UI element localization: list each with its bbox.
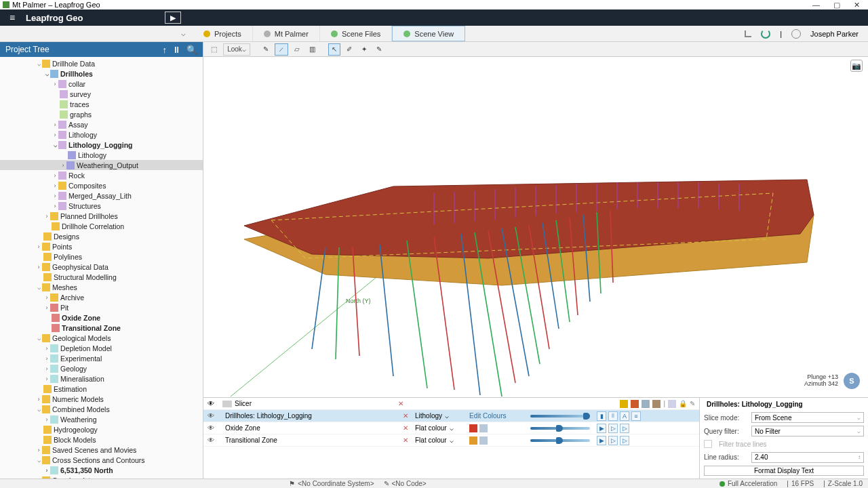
- link-icon[interactable]: ✎: [690, 400, 695, 408]
- row-eye-icon[interactable]: 👁: [208, 412, 222, 420]
- scene-viewport[interactable]: 📷: [203, 57, 868, 397]
- status-coord[interactable]: ⚑<No Coordinate System>: [289, 480, 374, 487]
- tree-experimental[interactable]: ›Experimental: [0, 353, 203, 363]
- scene-row-transitional[interactable]: 👁 Transitional Zone ✕ Flat colour ⌵ ▶ ▷ …: [203, 434, 699, 447]
- tree-estimation[interactable]: Estimation: [0, 384, 203, 394]
- tree-geology[interactable]: ›Geology: [0, 363, 203, 373]
- tree-oxide-zone[interactable]: Oxide Zone: [0, 312, 203, 323]
- snapshot-icon[interactable]: 📷: [850, 60, 863, 72]
- row-play-icon[interactable]: ▶: [597, 424, 606, 433]
- sync-icon[interactable]: [761, 29, 770, 39]
- window-minimize-icon[interactable]: —: [812, 1, 820, 9]
- tree-transitional-zone[interactable]: Transitional Zone: [0, 323, 203, 333]
- tree-drillhole-data[interactable]: ⌵Drillhole Data: [0, 58, 203, 68]
- slicer-close-icon[interactable]: ✕: [398, 400, 403, 407]
- status-zscale[interactable]: |Z-Scale 1.0: [823, 480, 863, 487]
- tree-lithology-sub[interactable]: Lithology: [0, 150, 203, 160]
- row-label-icon[interactable]: A: [620, 411, 629, 421]
- row-remove-icon[interactable]: ✕: [399, 412, 412, 420]
- tree-block-models[interactable]: Block Models: [0, 434, 203, 445]
- tree-points[interactable]: ›Points: [0, 241, 203, 251]
- plane-tool-icon[interactable]: ▱: [291, 43, 303, 56]
- row-next-icon[interactable]: ▷: [620, 424, 629, 433]
- visibility-icon[interactable]: 👁: [208, 400, 222, 407]
- tree-cross-sections[interactable]: ⌵Cross Sections and Contours: [0, 455, 203, 465]
- tree-assay[interactable]: ›Assay: [0, 119, 203, 129]
- tree-up-icon[interactable]: ↑: [163, 45, 167, 55]
- tree-geophysical-data[interactable]: ›Geophysical Data: [0, 262, 203, 272]
- tree-search-icon[interactable]: 🔍: [186, 45, 197, 55]
- tree-structural-modelling[interactable]: Structural Modelling: [0, 272, 203, 282]
- project-tree-body[interactable]: ⌵Drillhole Data ⌵Drillholes ›collar surv…: [0, 57, 203, 479]
- swatch-edge[interactable]: [479, 436, 488, 445]
- line-radius-input[interactable]: 2.40↕: [751, 452, 864, 463]
- row-eye-icon[interactable]: 👁: [208, 436, 222, 444]
- look-dropdown[interactable]: Look ⌵: [223, 43, 250, 56]
- tab-scene-view[interactable]: Scene View: [392, 26, 465, 41]
- tree-graphs[interactable]: graphs: [0, 109, 203, 119]
- format-display-text-button[interactable]: Format Display Text: [704, 466, 864, 476]
- cube-grey-icon[interactable]: [642, 400, 650, 408]
- tree-lithology[interactable]: ›Lithology: [0, 129, 203, 140]
- tree-polylines[interactable]: Polylines: [0, 251, 203, 262]
- query-filter-select[interactable]: No Filter⌵: [751, 426, 864, 436]
- tab-context[interactable]: Mt Palmer: [253, 26, 320, 41]
- cursor-tool-icon[interactable]: ↖: [328, 43, 340, 56]
- select-tool-icon[interactable]: ⬚: [208, 43, 220, 56]
- tree-combined-models[interactable]: ⌵Combined Models: [0, 404, 203, 414]
- swatch-face[interactable]: [469, 436, 477, 445]
- opacity-slider[interactable]: [530, 427, 590, 430]
- row-remove-icon[interactable]: ✕: [399, 424, 412, 432]
- tree-structures[interactable]: ›Structures: [0, 201, 203, 211]
- tree-weathering[interactable]: ›Weathering: [0, 414, 203, 424]
- tree-rock[interactable]: ›Rock: [0, 170, 203, 180]
- tree-geochemistry[interactable]: ›Geochemistry: [0, 475, 203, 479]
- tree-archive[interactable]: ›Archive: [0, 292, 203, 302]
- tree-lithology-logging[interactable]: ⌵Lithology_Logging: [0, 140, 203, 150]
- status-code[interactable]: ✎<No Code>: [384, 480, 427, 487]
- compass-icon[interactable]: S: [844, 373, 860, 389]
- user-avatar-icon[interactable]: [791, 29, 801, 39]
- tree-merged-assay-lith[interactable]: ›Merged_Assay_Lith: [0, 190, 203, 201]
- row-step-icon[interactable]: ▷: [608, 424, 618, 433]
- tree-collar[interactable]: ›collar: [0, 79, 203, 89]
- tree-weathering-output[interactable]: ›Weathering_Output: [0, 160, 203, 170]
- tree-saved-scenes[interactable]: ›Saved Scenes and Movies: [0, 445, 203, 455]
- tree-composites[interactable]: ›Composites: [0, 180, 203, 190]
- play-button[interactable]: ▶: [165, 12, 181, 24]
- rotate-tool-icon[interactable]: ✦: [358, 43, 370, 56]
- tree-survey[interactable]: survey: [0, 89, 203, 99]
- tree-hydrogeology[interactable]: Hydrogeology: [0, 424, 203, 434]
- swatch-face[interactable]: [469, 424, 477, 432]
- draw-tool-icon[interactable]: ✐: [343, 43, 355, 56]
- slice-tool-icon[interactable]: ▥: [306, 43, 319, 56]
- tree-mineralisation[interactable]: ›Mineralisation: [0, 373, 203, 384]
- cube-orange-icon[interactable]: [631, 400, 639, 408]
- scene-row-drillholes[interactable]: 👁 Drillholes: Lithology_Logging ✕ Lithol…: [203, 410, 699, 422]
- scene-row-oxide[interactable]: 👁 Oxide Zone ✕ Flat colour ⌵ ▶ ▷ ▷: [203, 422, 699, 434]
- window-close-icon[interactable]: ✕: [854, 1, 860, 9]
- tab-scene-files[interactable]: Scene Files: [320, 26, 392, 41]
- row-step-icon[interactable]: ▷: [608, 436, 618, 445]
- tab-projects[interactable]: Projects: [193, 26, 253, 41]
- row-play-icon[interactable]: ▶: [597, 436, 606, 445]
- cube-yellow-icon[interactable]: [620, 400, 628, 408]
- lock-icon[interactable]: 🔒: [679, 400, 687, 408]
- row-toggle-1[interactable]: ▮: [597, 411, 606, 421]
- tree-traces[interactable]: traces: [0, 99, 203, 109]
- window-maximize-icon[interactable]: ▢: [833, 1, 840, 9]
- ruler-tool-icon[interactable]: ⟋: [275, 43, 288, 56]
- tree-pit[interactable]: ›Pit: [0, 302, 203, 312]
- tree-numeric-models[interactable]: ›Numeric Models: [0, 394, 203, 404]
- edit-colours-link[interactable]: Edit Colours: [469, 412, 524, 420]
- opacity-slider[interactable]: [530, 415, 590, 418]
- swatch-edge[interactable]: [479, 424, 488, 432]
- edit-tool-icon[interactable]: ✎: [373, 43, 385, 56]
- menu-hamburger-icon[interactable]: ≡: [0, 9, 24, 26]
- cube-lilac-icon[interactable]: [668, 400, 676, 408]
- tree-drillholes[interactable]: ⌵Drillholes: [0, 68, 203, 79]
- cube-tan-icon[interactable]: [652, 400, 660, 408]
- tree-geological-models[interactable]: ⌵Geological Models: [0, 333, 203, 343]
- colour-mode[interactable]: Flat colour: [415, 424, 447, 432]
- branch-icon[interactable]: [745, 30, 751, 37]
